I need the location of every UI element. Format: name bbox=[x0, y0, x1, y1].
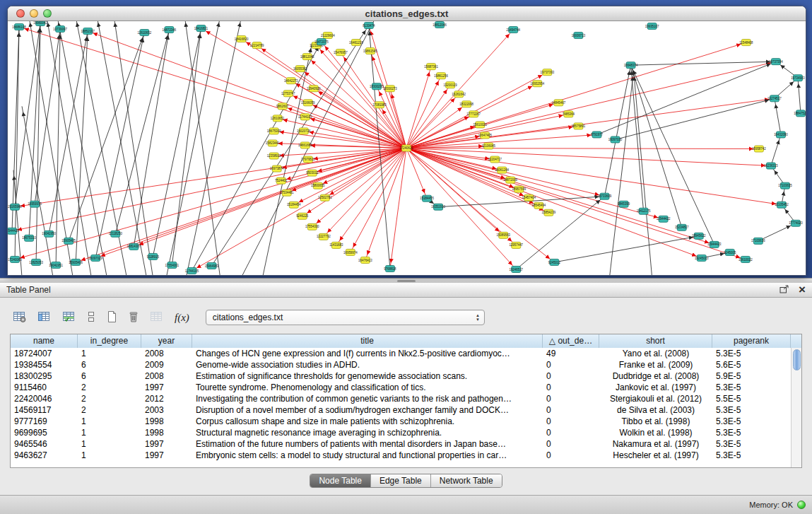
column-header-pagerank[interactable]: pagerank bbox=[712, 334, 791, 348]
graph-node[interactable]: 19935107 bbox=[645, 23, 659, 30]
graph-node[interactable]: 12825053 bbox=[29, 259, 43, 265]
graph-node[interactable]: 11548408 bbox=[739, 40, 753, 46]
graph-node[interactable]: 12502781 bbox=[318, 194, 332, 201]
graph-node[interactable]: 19041951 bbox=[49, 262, 63, 268]
graph-node[interactable]: 11744105 bbox=[185, 267, 199, 274]
graph-node[interactable]: 18300295 bbox=[370, 83, 384, 90]
graph-node[interactable]: 19737393 bbox=[541, 69, 555, 76]
column-header-out-degree[interactable]: △ out_de… bbox=[543, 334, 599, 348]
graph-node[interactable]: 18675310 bbox=[22, 235, 36, 241]
graph-node[interactable]: 12214789 bbox=[250, 42, 264, 49]
table-row[interactable]: 911546021997Tourette syndrome. Phenomeno… bbox=[11, 382, 791, 393]
select-rows-button[interactable] bbox=[59, 309, 79, 327]
graph-node[interactable]: 16432090 bbox=[774, 132, 788, 138]
graph-node[interactable]: 12944422 bbox=[657, 216, 671, 222]
graph-node[interactable]: 12944423 bbox=[707, 241, 722, 247]
graph-node[interactable]: 20165960 bbox=[8, 204, 22, 210]
zoom-window-button[interactable] bbox=[43, 9, 52, 18]
graph-node[interactable]: 16097029 bbox=[88, 255, 102, 261]
graph-node[interactable]: 15184454 bbox=[287, 201, 301, 208]
table-row[interactable]: 1872400712008Changes of HCN gene express… bbox=[11, 348, 791, 359]
graph-node[interactable]: 14642273 bbox=[284, 78, 298, 84]
graph-node[interactable]: 12204717 bbox=[488, 156, 502, 163]
graph-node[interactable]: 16274517 bbox=[767, 95, 782, 102]
graph-node[interactable]: 16932954 bbox=[531, 81, 545, 87]
graph-node[interactable]: 18416820 bbox=[235, 36, 249, 42]
graph-node[interactable]: 15610022 bbox=[739, 256, 753, 262]
graph-node[interactable]: 15905405 bbox=[61, 238, 76, 244]
graph-node[interactable]: 18545494 bbox=[532, 202, 546, 209]
graph-node[interactable]: 9845399 bbox=[618, 201, 630, 207]
graph-node[interactable]: 17081983 bbox=[372, 102, 387, 108]
graph-node[interactable]: 16959974 bbox=[343, 249, 358, 255]
graph-node[interactable]: 21229604 bbox=[321, 33, 335, 39]
graph-node[interactable]: 16686108 bbox=[12, 24, 26, 30]
graph-node[interactable]: 17240063 bbox=[8, 256, 22, 262]
graph-node[interactable]: 15457404 bbox=[522, 194, 536, 201]
graph-node[interactable]: 18675309 bbox=[267, 128, 281, 134]
graph-node[interactable]: 11431683 bbox=[329, 242, 343, 248]
graph-node[interactable]: 9503012 bbox=[306, 170, 319, 176]
graph-node[interactable]: 17103636 bbox=[751, 238, 765, 244]
column-header-year[interactable]: year bbox=[141, 334, 192, 348]
graph-node[interactable]: 12940920 bbox=[307, 86, 321, 92]
graph-node[interactable]: 8130474 bbox=[363, 23, 375, 29]
graph-node[interactable]: 19861545 bbox=[363, 48, 377, 54]
column-header-short[interactable]: short bbox=[599, 334, 712, 348]
graph-node[interactable]: 16236315 bbox=[764, 163, 778, 169]
graph-node[interactable]: 15089563 bbox=[496, 232, 510, 238]
graph-node[interactable]: 13200119 bbox=[443, 82, 457, 88]
column-header-title[interactable]: title bbox=[192, 334, 543, 348]
graph-node[interactable]: 12227792 bbox=[317, 233, 331, 240]
delete-table-button[interactable] bbox=[125, 309, 142, 327]
table-row[interactable]: 969969511998Structural magnetic resonanc… bbox=[11, 427, 791, 438]
table-row[interactable]: 1830029562008Estimation of significance … bbox=[11, 370, 791, 382]
graph-node[interactable]: 12944425 bbox=[8, 228, 19, 234]
graph-node[interactable]: 9328915 bbox=[147, 253, 160, 259]
float-panel-icon[interactable] bbox=[779, 284, 789, 296]
graph-node[interactable]: 15958742 bbox=[752, 146, 766, 152]
table-settings-button[interactable] bbox=[10, 309, 30, 327]
vertical-scrollbar[interactable] bbox=[791, 348, 801, 467]
graph-node[interactable]: 19737394 bbox=[769, 59, 783, 65]
window-titlebar[interactable]: citations_edges.txt bbox=[8, 6, 806, 21]
graph-node[interactable]: 17774020 bbox=[789, 220, 803, 226]
graph-node[interactable]: 9768818 bbox=[384, 265, 396, 271]
network-graph[interactable]: 1724062118812045160553611464227312753747… bbox=[8, 21, 806, 275]
graph-node[interactable]: 16936713 bbox=[572, 33, 586, 39]
graph-node[interactable]: 15234817 bbox=[675, 224, 689, 230]
column-header-in-degree[interactable]: in_degree bbox=[78, 334, 141, 348]
graph-node[interactable]: 15472075 bbox=[314, 39, 329, 45]
graph-node[interactable]: 16061264 bbox=[495, 167, 509, 173]
graph-node[interactable]: 12610652 bbox=[138, 30, 152, 36]
graph-node[interactable]: 16055361 bbox=[293, 66, 307, 72]
graph-node[interactable]: 16097030 bbox=[608, 136, 623, 143]
network-canvas[interactable]: 1724062118812045160553611464227312753747… bbox=[8, 21, 806, 275]
graph-node[interactable]: 12358912 bbox=[267, 153, 281, 159]
graph-node[interactable]: 15687361 bbox=[424, 64, 438, 70]
graph-node[interactable]: 18812046 bbox=[433, 22, 447, 28]
graph-node[interactable]: 17554300 bbox=[305, 223, 319, 230]
graph-node[interactable]: 12118250 bbox=[109, 230, 123, 237]
import-table-button[interactable] bbox=[147, 309, 167, 327]
graph-node[interactable]: 14845467 bbox=[552, 100, 566, 106]
graph-node[interactable]: 14661663 bbox=[298, 142, 312, 148]
graph-node[interactable]: 9245012 bbox=[548, 259, 561, 265]
graph-node[interactable]: 16020726 bbox=[297, 128, 311, 134]
graph-node[interactable]: 12957447 bbox=[509, 242, 523, 248]
graph-node[interactable]: 9245005 bbox=[724, 249, 736, 255]
table-row[interactable]: 1938455462009Genome-wide association stu… bbox=[11, 359, 791, 370]
graph-node[interactable]: 18322098 bbox=[459, 101, 473, 107]
row-options-button[interactable] bbox=[84, 309, 98, 327]
graph-node[interactable]: 16648374 bbox=[624, 62, 638, 69]
graph-node[interactable]: 21494744 bbox=[506, 27, 520, 33]
graph-node[interactable]: 10739997 bbox=[53, 26, 67, 33]
graph-node[interactable]: 11744103 bbox=[298, 114, 312, 120]
graph-node[interactable]: 15476957 bbox=[334, 49, 348, 56]
graph-node[interactable]: 18957599 bbox=[512, 186, 526, 192]
graph-node[interactable]: 18852197 bbox=[81, 28, 95, 35]
table-row[interactable]: 946362711997Embryonic stem cells: a mode… bbox=[11, 450, 791, 461]
graph-node[interactable]: 15184455 bbox=[420, 195, 434, 201]
graph-node[interactable]: 16973874 bbox=[270, 165, 284, 172]
graph-node[interactable]: 19734903 bbox=[791, 75, 805, 81]
